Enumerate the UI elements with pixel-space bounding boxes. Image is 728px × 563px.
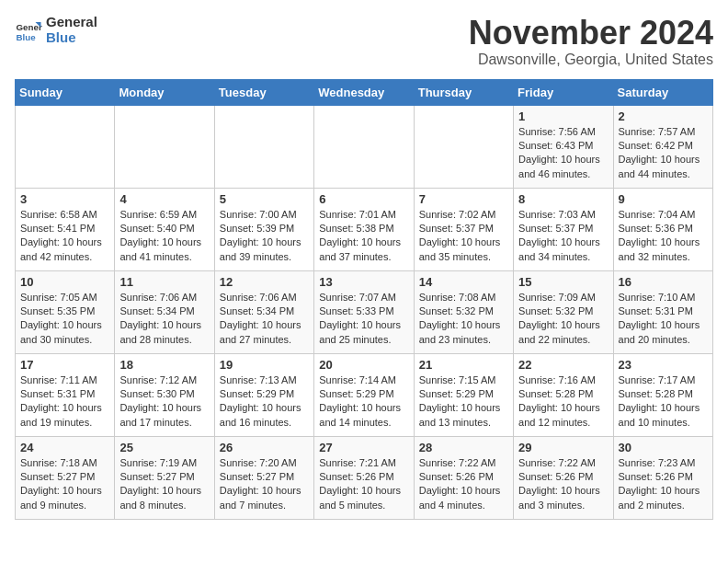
day-number: 30 [619, 441, 708, 454]
week-row-1: 1Sunrise: 7:56 AM Sunset: 6:43 PM Daylig… [16, 105, 713, 188]
calendar-cell: 13Sunrise: 7:07 AM Sunset: 5:33 PM Dayli… [314, 270, 414, 353]
day-number: 24 [20, 441, 109, 454]
day-info: Sunrise: 7:13 AM Sunset: 5:29 PM Dayligh… [220, 373, 309, 431]
day-info: Sunrise: 7:19 AM Sunset: 5:27 PM Dayligh… [119, 456, 209, 513]
calendar-cell: 14Sunrise: 7:08 AM Sunset: 5:32 PM Dayli… [414, 270, 513, 353]
day-info: Sunrise: 7:03 AM Sunset: 5:37 PM Dayligh… [518, 208, 608, 265]
weekday-header-monday: Monday [115, 79, 214, 105]
calendar-cell: 19Sunrise: 7:13 AM Sunset: 5:29 PM Dayli… [214, 353, 313, 436]
day-info: Sunrise: 6:59 AM Sunset: 5:40 PM Dayligh… [119, 208, 209, 265]
calendar-table: SundayMondayTuesdayWednesdayThursdayFrid… [15, 79, 713, 520]
day-info: Sunrise: 7:22 AM Sunset: 5:26 PM Dayligh… [518, 456, 608, 513]
calendar-cell [115, 105, 214, 188]
weekday-header-wednesday: Wednesday [314, 79, 414, 105]
day-number: 20 [319, 358, 408, 372]
day-number: 9 [619, 192, 708, 206]
day-number: 2 [619, 109, 708, 123]
day-info: Sunrise: 7:16 AM Sunset: 5:28 PM Dayligh… [518, 373, 608, 431]
calendar-cell: 9Sunrise: 7:04 AM Sunset: 5:36 PM Daylig… [613, 188, 712, 270]
week-row-5: 24Sunrise: 7:18 AM Sunset: 5:27 PM Dayli… [16, 436, 713, 519]
header: General Blue General Blue November 2024 … [15, 15, 713, 68]
weekday-header-thursday: Thursday [414, 79, 513, 105]
day-info: Sunrise: 7:15 AM Sunset: 5:29 PM Dayligh… [419, 373, 508, 431]
day-number: 15 [518, 275, 608, 289]
day-number: 8 [518, 192, 608, 206]
weekday-header-sunday: Sunday [16, 79, 115, 105]
day-number: 6 [319, 192, 408, 206]
calendar-cell: 29Sunrise: 7:22 AM Sunset: 5:26 PM Dayli… [514, 436, 613, 519]
day-info: Sunrise: 7:09 AM Sunset: 5:32 PM Dayligh… [518, 291, 608, 348]
svg-text:Blue: Blue [17, 31, 37, 41]
calendar-cell [414, 105, 513, 188]
calendar-cell: 3Sunrise: 6:58 AM Sunset: 5:41 PM Daylig… [16, 188, 115, 270]
day-number: 10 [20, 275, 109, 289]
day-number: 22 [518, 358, 608, 372]
title-area: November 2024 Dawsonville, Georgia, Unit… [469, 15, 713, 68]
day-info: Sunrise: 7:57 AM Sunset: 6:42 PM Dayligh… [619, 125, 708, 182]
day-info: Sunrise: 7:23 AM Sunset: 5:26 PM Dayligh… [619, 456, 708, 513]
day-number: 1 [518, 109, 608, 123]
calendar-cell: 15Sunrise: 7:09 AM Sunset: 5:32 PM Dayli… [514, 270, 613, 353]
day-number: 27 [319, 441, 408, 454]
logo-general-text: General [46, 15, 97, 30]
day-number: 23 [619, 358, 708, 372]
weekday-header-row: SundayMondayTuesdayWednesdayThursdayFrid… [16, 79, 713, 105]
week-row-2: 3Sunrise: 6:58 AM Sunset: 5:41 PM Daylig… [16, 188, 713, 270]
day-info: Sunrise: 7:07 AM Sunset: 5:33 PM Dayligh… [319, 291, 408, 348]
day-number: 21 [419, 358, 508, 372]
calendar-cell: 8Sunrise: 7:03 AM Sunset: 5:37 PM Daylig… [514, 188, 613, 270]
weekday-header-tuesday: Tuesday [214, 79, 313, 105]
calendar-cell [16, 105, 115, 188]
day-number: 12 [220, 275, 309, 289]
day-number: 29 [518, 441, 608, 454]
day-number: 4 [119, 192, 209, 206]
calendar-cell [314, 105, 414, 188]
weekday-header-friday: Friday [514, 79, 613, 105]
calendar-cell: 23Sunrise: 7:17 AM Sunset: 5:28 PM Dayli… [613, 353, 712, 436]
day-info: Sunrise: 7:04 AM Sunset: 5:36 PM Dayligh… [619, 208, 708, 265]
calendar-cell: 6Sunrise: 7:01 AM Sunset: 5:38 PM Daylig… [314, 188, 414, 270]
calendar-cell: 11Sunrise: 7:06 AM Sunset: 5:34 PM Dayli… [115, 270, 214, 353]
day-info: Sunrise: 7:56 AM Sunset: 6:43 PM Dayligh… [518, 125, 608, 182]
day-info: Sunrise: 7:02 AM Sunset: 5:37 PM Dayligh… [419, 208, 508, 265]
day-number: 19 [220, 358, 309, 372]
day-number: 7 [419, 192, 508, 206]
calendar-cell: 28Sunrise: 7:22 AM Sunset: 5:26 PM Dayli… [414, 436, 513, 519]
calendar-cell: 21Sunrise: 7:15 AM Sunset: 5:29 PM Dayli… [414, 353, 513, 436]
calendar-cell: 4Sunrise: 6:59 AM Sunset: 5:40 PM Daylig… [115, 188, 214, 270]
day-info: Sunrise: 7:17 AM Sunset: 5:28 PM Dayligh… [619, 373, 708, 431]
calendar-cell: 12Sunrise: 7:06 AM Sunset: 5:34 PM Dayli… [214, 270, 313, 353]
calendar-cell: 10Sunrise: 7:05 AM Sunset: 5:35 PM Dayli… [16, 270, 115, 353]
calendar-cell: 30Sunrise: 7:23 AM Sunset: 5:26 PM Dayli… [613, 436, 712, 519]
day-info: Sunrise: 7:08 AM Sunset: 5:32 PM Dayligh… [419, 291, 508, 348]
day-info: Sunrise: 7:10 AM Sunset: 5:31 PM Dayligh… [619, 291, 708, 348]
day-info: Sunrise: 7:00 AM Sunset: 5:39 PM Dayligh… [220, 208, 309, 265]
month-title: November 2024 [469, 15, 713, 52]
day-info: Sunrise: 7:12 AM Sunset: 5:30 PM Dayligh… [119, 373, 209, 431]
day-number: 5 [220, 192, 309, 206]
day-number: 3 [20, 192, 109, 206]
day-number: 14 [419, 275, 508, 289]
logo: General Blue General Blue [15, 15, 97, 45]
weekday-header-saturday: Saturday [613, 79, 712, 105]
day-number: 25 [119, 441, 209, 454]
calendar-cell: 18Sunrise: 7:12 AM Sunset: 5:30 PM Dayli… [115, 353, 214, 436]
calendar-cell [214, 105, 313, 188]
calendar-cell: 7Sunrise: 7:02 AM Sunset: 5:37 PM Daylig… [414, 188, 513, 270]
calendar-cell: 24Sunrise: 7:18 AM Sunset: 5:27 PM Dayli… [16, 436, 115, 519]
day-number: 17 [20, 358, 109, 372]
day-info: Sunrise: 7:01 AM Sunset: 5:38 PM Dayligh… [319, 208, 408, 265]
calendar-cell: 17Sunrise: 7:11 AM Sunset: 5:31 PM Dayli… [16, 353, 115, 436]
day-number: 16 [619, 275, 708, 289]
day-info: Sunrise: 7:05 AM Sunset: 5:35 PM Dayligh… [20, 291, 109, 348]
week-row-3: 10Sunrise: 7:05 AM Sunset: 5:35 PM Dayli… [16, 270, 713, 353]
day-number: 18 [119, 358, 209, 372]
calendar-cell: 2Sunrise: 7:57 AM Sunset: 6:42 PM Daylig… [613, 105, 712, 188]
day-info: Sunrise: 7:11 AM Sunset: 5:31 PM Dayligh… [20, 373, 109, 431]
calendar-cell: 20Sunrise: 7:14 AM Sunset: 5:29 PM Dayli… [314, 353, 414, 436]
day-info: Sunrise: 7:21 AM Sunset: 5:26 PM Dayligh… [319, 456, 408, 513]
day-info: Sunrise: 7:06 AM Sunset: 5:34 PM Dayligh… [220, 291, 309, 348]
location-title: Dawsonville, Georgia, United States [469, 52, 713, 68]
logo-text: General Blue [46, 15, 97, 45]
day-info: Sunrise: 7:14 AM Sunset: 5:29 PM Dayligh… [319, 373, 408, 431]
